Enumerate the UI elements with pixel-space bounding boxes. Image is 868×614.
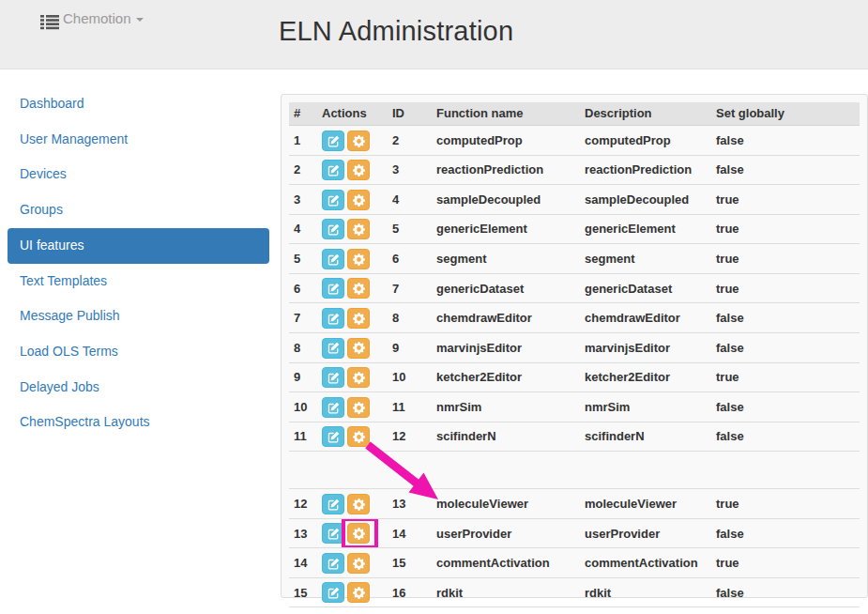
menu-list-icon[interactable] bbox=[40, 14, 59, 30]
sidebar-item-devices[interactable]: Devices bbox=[8, 157, 269, 192]
table-row: 1516rdkitrdkitfalse bbox=[289, 577, 860, 607]
settings-button[interactable] bbox=[347, 397, 370, 418]
settings-button[interactable] bbox=[347, 130, 370, 151]
row-id: 12 bbox=[388, 422, 432, 452]
description-cell: sampleDecoupled bbox=[580, 185, 711, 215]
set-globally-cell: false bbox=[711, 332, 860, 362]
sidebar-item-dashboard[interactable]: Dashboard bbox=[8, 86, 269, 122]
row-number: 12 bbox=[289, 489, 317, 519]
function-name-cell: reactionPrediction bbox=[432, 155, 580, 185]
settings-button[interactable] bbox=[347, 523, 370, 544]
edit-button[interactable] bbox=[322, 426, 344, 447]
settings-button[interactable] bbox=[347, 219, 370, 239]
edit-button[interactable] bbox=[322, 219, 344, 239]
gear-icon bbox=[353, 370, 365, 384]
top-bar: Chemotion ELN Administration bbox=[0, 0, 868, 69]
edit-button[interactable] bbox=[322, 367, 344, 388]
description-cell: scifinderN bbox=[580, 422, 711, 452]
function-name-cell: rdkit bbox=[432, 577, 580, 607]
row-number: 4 bbox=[289, 214, 317, 244]
sidebar-item-load-ols-terms[interactable]: Load OLS Terms bbox=[8, 334, 269, 370]
description-cell: ketcher2Editor bbox=[580, 362, 711, 392]
pencil-square-icon bbox=[327, 497, 340, 511]
sidebar-nav: DashboardUser ManagementDevicesGroupsUI … bbox=[8, 86, 269, 440]
brand-dropdown[interactable]: Chemotion bbox=[63, 10, 144, 26]
set-globally-cell: false bbox=[711, 303, 860, 333]
settings-button[interactable] bbox=[347, 426, 370, 447]
settings-button[interactable] bbox=[347, 308, 370, 329]
table-row: 910ketcher2Editorketcher2Editortrue bbox=[289, 362, 860, 392]
function-name-cell: segment bbox=[432, 244, 580, 274]
column-header-set-globally: Set globally bbox=[711, 102, 860, 126]
settings-button[interactable] bbox=[347, 190, 370, 210]
row-number: 7 bbox=[289, 303, 317, 333]
ui-features-panel: #ActionsIDFunction nameDescriptionSet gl… bbox=[281, 94, 868, 598]
function-name-cell: genericElement bbox=[432, 214, 580, 244]
settings-button[interactable] bbox=[347, 582, 370, 603]
edit-button[interactable] bbox=[322, 494, 344, 514]
settings-button[interactable] bbox=[347, 494, 370, 514]
sidebar-item-groups[interactable]: Groups bbox=[8, 192, 269, 228]
row-id: 7 bbox=[388, 273, 432, 303]
settings-button[interactable] bbox=[347, 160, 370, 180]
table-row: 1415commentActivationcommentActivationtr… bbox=[289, 548, 860, 578]
settings-button[interactable] bbox=[347, 249, 370, 269]
actions-cell bbox=[317, 518, 388, 548]
sidebar-item-user-management[interactable]: User Management bbox=[8, 122, 269, 158]
actions-cell bbox=[317, 155, 388, 185]
function-name-cell: moleculeViewer bbox=[432, 489, 580, 519]
set-globally-cell: true bbox=[711, 362, 860, 392]
row-number: 1 bbox=[289, 126, 317, 156]
set-globally-cell: true bbox=[711, 185, 860, 215]
gear-icon bbox=[353, 252, 365, 266]
gear-icon bbox=[353, 281, 365, 295]
set-globally-cell: false bbox=[711, 126, 860, 156]
settings-button[interactable] bbox=[347, 553, 370, 574]
row-number: 3 bbox=[289, 185, 317, 215]
edit-button[interactable] bbox=[322, 338, 344, 359]
table-row: 12computedPropcomputedPropfalse bbox=[289, 126, 860, 156]
row-number: 10 bbox=[289, 392, 317, 422]
set-globally-cell: false bbox=[711, 155, 860, 185]
pencil-square-icon bbox=[327, 281, 340, 295]
set-globally-cell: true bbox=[711, 273, 860, 303]
row-id: 14 bbox=[388, 518, 432, 548]
actions-cell bbox=[317, 422, 388, 452]
settings-button[interactable] bbox=[347, 278, 370, 299]
sidebar-item-delayed-jobs[interactable]: Delayed Jobs bbox=[8, 370, 269, 406]
edit-button[interactable] bbox=[322, 130, 344, 151]
settings-button[interactable] bbox=[347, 367, 370, 388]
actions-cell bbox=[317, 185, 388, 215]
settings-button[interactable] bbox=[347, 338, 370, 359]
gear-icon bbox=[353, 222, 365, 236]
pencil-square-icon bbox=[327, 585, 340, 599]
table-row: 23reactionPredictionreactionPredictionfa… bbox=[289, 155, 860, 185]
edit-button[interactable] bbox=[322, 397, 344, 418]
sidebar-item-chemspectra-layouts[interactable]: ChemSpectra Layouts bbox=[8, 405, 269, 440]
set-globally-cell: false bbox=[711, 518, 860, 548]
description-cell: reactionPrediction bbox=[580, 155, 711, 185]
row-id: 11 bbox=[388, 392, 432, 422]
pencil-square-icon bbox=[327, 311, 340, 325]
row-number: 15 bbox=[289, 577, 317, 607]
edit-button[interactable] bbox=[322, 190, 344, 210]
gear-icon bbox=[353, 341, 365, 355]
function-name-cell: nmrSim bbox=[432, 392, 580, 422]
sidebar-item-message-publish[interactable]: Message Publish bbox=[8, 299, 269, 334]
edit-button[interactable] bbox=[322, 553, 344, 574]
actions-cell bbox=[317, 548, 388, 578]
edit-button[interactable] bbox=[322, 278, 344, 299]
table-row: 34sampleDecoupledsampleDecoupledtrue bbox=[289, 185, 860, 215]
sidebar-item-ui-features[interactable]: UI features bbox=[8, 228, 269, 264]
table-row: 56segmentsegmenttrue bbox=[289, 244, 860, 274]
table-row: 78chemdrawEditorchemdrawEditorfalse bbox=[289, 303, 860, 333]
edit-button[interactable] bbox=[322, 523, 344, 544]
sidebar-item-text-templates[interactable]: Text Templates bbox=[8, 264, 269, 299]
edit-button[interactable] bbox=[322, 249, 344, 269]
pencil-square-icon bbox=[327, 429, 340, 443]
edit-button[interactable] bbox=[322, 308, 344, 329]
pencil-square-icon bbox=[327, 341, 340, 355]
edit-button[interactable] bbox=[322, 160, 344, 180]
edit-button[interactable] bbox=[322, 582, 344, 603]
annotation-highlight-box bbox=[347, 523, 373, 544]
